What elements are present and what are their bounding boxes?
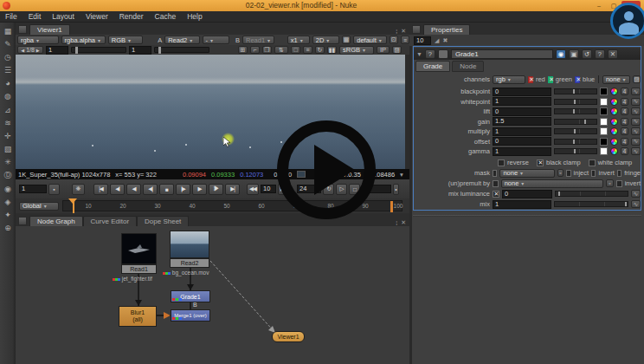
menu-cache[interactable]: Cache (155, 12, 177, 21)
premult-extra-icon[interactable]: ▫ (606, 179, 614, 187)
pause-icon[interactable]: ▮▮ (327, 46, 337, 54)
filter-icon[interactable]: ◍ (3, 91, 14, 102)
mask-input-icon[interactable]: ▫ (557, 169, 564, 177)
keyer-icon[interactable]: ⊿ (3, 104, 14, 115)
play-forward-button[interactable]: ▶ (192, 184, 207, 195)
value-swatch[interactable] (600, 98, 608, 106)
split-values-button[interactable]: 4 (621, 147, 628, 155)
gain-slider[interactable] (554, 119, 597, 125)
pane-grip-icon[interactable] (18, 217, 27, 225)
node-read1-thumbnail[interactable] (121, 233, 157, 264)
mix-luminance-checkbox[interactable] (493, 191, 499, 198)
animation-curve-icon[interactable]: ∿ (631, 190, 641, 198)
animation-curve-icon[interactable]: ∿ (631, 98, 641, 106)
color-wheel-icon[interactable] (610, 147, 618, 155)
node-read2[interactable]: Read2 (170, 258, 209, 268)
green-checkbox[interactable] (548, 76, 553, 83)
mix-luminance-field[interactable]: 0 (502, 190, 552, 198)
animation-curve-icon[interactable]: ∿ (631, 88, 641, 95)
frame-increment-field[interactable]: 10 (261, 185, 276, 193)
fringe-checkbox[interactable] (617, 170, 621, 177)
skip-back-button[interactable]: ◀◀ (247, 184, 259, 195)
format-mask-icon[interactable]: ⌐ (250, 46, 260, 54)
other-icon[interactable]: ⊕ (3, 223, 14, 234)
refresh-icon[interactable]: ↻ (315, 46, 325, 54)
mask-checkbox[interactable] (493, 170, 497, 177)
split-values-button[interactable]: 4 (621, 107, 628, 115)
play-backward-button[interactable]: ◀ (126, 184, 141, 195)
color-icon[interactable]: ◕ (3, 78, 14, 89)
color-wheel-icon[interactable] (610, 127, 618, 135)
transform-icon[interactable]: ✛ (3, 131, 14, 142)
premult-invert-checkbox[interactable] (616, 180, 622, 187)
whitepoint-field[interactable]: 1 (493, 97, 551, 106)
zoom-caret-icon[interactable]: ▾ (400, 171, 403, 179)
node-read2-thumbnail[interactable] (170, 231, 209, 258)
animation-curve-icon[interactable]: ∿ (631, 138, 641, 146)
layer-dropdown[interactable]: rgba (17, 36, 59, 44)
gain-field[interactable]: 1 (46, 46, 68, 55)
extra-channel-dropdown[interactable]: none (602, 75, 630, 84)
step-forward-button[interactable]: |▶ (176, 184, 190, 195)
split-values-button[interactable]: 4 (621, 127, 628, 135)
animation-curve-icon[interactable]: ∿ (631, 127, 641, 135)
goto-start-button[interactable]: |◀ (93, 184, 108, 195)
clear-panels-icon[interactable]: ✖ (442, 37, 448, 44)
node-help-icon[interactable]: ? (425, 49, 435, 59)
animation-curve-icon[interactable]: ∿ (631, 118, 641, 126)
pane-grip-icon[interactable] (412, 25, 421, 34)
black-clamp-checkbox[interactable] (537, 159, 544, 166)
max-panels-field[interactable]: 10 (414, 36, 431, 45)
gamma-field[interactable]: 1 (493, 147, 551, 156)
flipbook-icon[interactable]: ❋ (72, 184, 85, 195)
3d-icon[interactable]: ▧ (3, 144, 14, 155)
tab-node-graph[interactable]: Node Graph (29, 216, 83, 226)
gain-field[interactable]: 1.5 (493, 117, 551, 126)
node-viewer1[interactable]: Viewer1 (272, 331, 305, 342)
premult-channel-dropdown[interactable]: none (501, 179, 603, 188)
node-name-field[interactable]: Grade1 (451, 49, 553, 59)
checkerboard-icon[interactable]: □ (291, 46, 300, 54)
image-icon[interactable]: ▦ (3, 25, 14, 36)
blackpoint-slider[interactable] (554, 88, 597, 94)
pane-menu-icon[interactable]: ⁞ (396, 29, 397, 35)
tab-viewer1[interactable]: Viewer1 (29, 24, 70, 35)
merge-icon[interactable]: ≋ (3, 117, 14, 128)
pin-panels-icon[interactable]: ◢ (435, 37, 439, 44)
channel-split-icon[interactable]: ▨ (633, 75, 641, 83)
panel-divider[interactable] (413, 215, 641, 217)
panel-close-icon[interactable]: ✕ (608, 49, 618, 59)
split-values-button[interactable]: 4 (621, 88, 628, 95)
animation-curve-icon[interactable]: ∿ (631, 200, 641, 208)
mix-slider[interactable] (554, 201, 628, 207)
inject-checkbox[interactable] (566, 170, 570, 177)
split-values-button[interactable]: 4 (621, 118, 628, 126)
step-back-button[interactable]: ◀| (143, 184, 158, 195)
display-channels-dropdown[interactable]: RGB (108, 36, 143, 44)
multiply-field[interactable]: 1 (493, 127, 551, 136)
ocio-display-dropdown[interactable]: default (353, 36, 387, 44)
menu-help[interactable]: Help (187, 12, 202, 21)
mix-field[interactable]: 1 (493, 200, 551, 209)
mask-invert-checkbox[interactable] (591, 170, 596, 177)
menu-layout[interactable]: Layout (52, 12, 74, 21)
node-grade1[interactable]: Grade1 (171, 290, 210, 302)
node-merge1[interactable]: Merge1 (over) (171, 309, 210, 322)
lift-slider[interactable] (554, 108, 597, 114)
color-wheel-icon[interactable] (610, 98, 618, 106)
wipe-icon[interactable]: ⇅ (274, 46, 288, 54)
frame-range-dropdown[interactable]: Global (19, 202, 59, 211)
mask-channel-dropdown[interactable]: none (499, 169, 555, 178)
guides-icon[interactable]: ⊞ (238, 46, 248, 54)
input-process-button[interactable]: IP (377, 46, 390, 54)
nodegraph-canvas[interactable]: Read1 jet_fighter.tif Read2 bg_ocean.mov… (16, 226, 409, 364)
alpha-layer-dropdown[interactable]: rgba.alpha (61, 36, 106, 44)
color-wheel-icon[interactable] (610, 88, 618, 95)
viewer-settings-icon[interactable]: ▨ (392, 46, 402, 54)
panel-help-icon[interactable]: ? (595, 49, 605, 59)
value-swatch[interactable] (600, 147, 608, 155)
pane-menu-icon[interactable]: ⁞ (396, 220, 397, 226)
compose-dropdown[interactable]: - (203, 36, 229, 44)
stop-button[interactable]: ■ (159, 184, 174, 195)
floating-panel-icon[interactable]: ▣ (569, 49, 579, 59)
